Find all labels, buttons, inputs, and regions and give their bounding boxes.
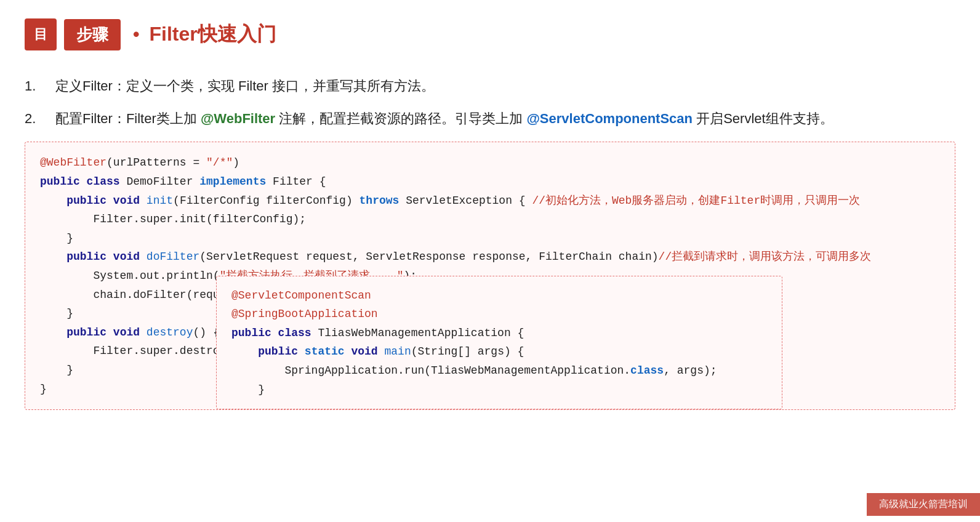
steps: 1. 定义Filter：定义一个类，实现 Filter 接口，并重写其所有方法。… <box>25 75 955 129</box>
step-1-text: 定义Filter：定义一个类，实现 Filter 接口，并重写其所有方法。 <box>55 75 955 97</box>
step-1-num: 1. <box>25 75 55 97</box>
step-1: 1. 定义Filter：定义一个类，实现 Filter 接口，并重写其所有方法。 <box>25 75 955 97</box>
header-tag: 步骤 <box>64 19 121 50</box>
code-line-5: } <box>40 229 940 248</box>
step-2: 2. 配置Filter：Filter类上加 @WebFilter 注解，配置拦截… <box>25 108 955 129</box>
step-2-num: 2. <box>25 108 55 129</box>
page: 目 步骤 • Filter快速入门 1. 定义Filter：定义一个类，实现 F… <box>0 0 980 522</box>
code-section: @WebFilter(urlPatterns = "/*") public cl… <box>25 142 955 410</box>
annotation-webfilter: @WebFilter <box>201 111 275 126</box>
step-2-text: 配置Filter：Filter类上加 @WebFilter 注解，配置拦截资源的… <box>55 108 955 129</box>
sec-line-2: @SpringBootApplication <box>231 305 767 324</box>
sec-line-1: @ServletComponentScan <box>231 286 767 305</box>
sec-line-6: } <box>231 380 767 400</box>
annotation-servletcomponentscan: @ServletComponentScan <box>526 111 693 126</box>
header-title: Filter快速入门 <box>150 21 276 48</box>
header: 目 步骤 • Filter快速入门 <box>25 18 955 50</box>
code-line-1: @WebFilter(urlPatterns = "/*") <box>40 153 940 172</box>
header-dot: • <box>133 24 140 45</box>
code-line-3: public void init(FilterConfig filterConf… <box>40 191 940 211</box>
sec-line-5: SpringApplication.run(TliasWebManagement… <box>231 361 767 380</box>
sec-line-3: public class TliasWebManagementApplicati… <box>231 324 767 343</box>
main-code-block: @WebFilter(urlPatterns = "/*") public cl… <box>25 142 955 410</box>
watermark: 高级就业火箭营培训 <box>867 493 980 516</box>
code-line-4: Filter.super.init(filterConfig); <box>40 210 940 229</box>
sec-line-4: public static void main(String[] args) { <box>231 342 767 361</box>
header-icon: 目 <box>25 18 57 50</box>
code-line-2: public class DemoFilter implements Filte… <box>40 172 940 191</box>
code-line-7: public void doFilter(ServletRequest requ… <box>40 247 940 267</box>
secondary-code-block: @ServletComponentScan @SpringBootApplica… <box>216 276 782 410</box>
